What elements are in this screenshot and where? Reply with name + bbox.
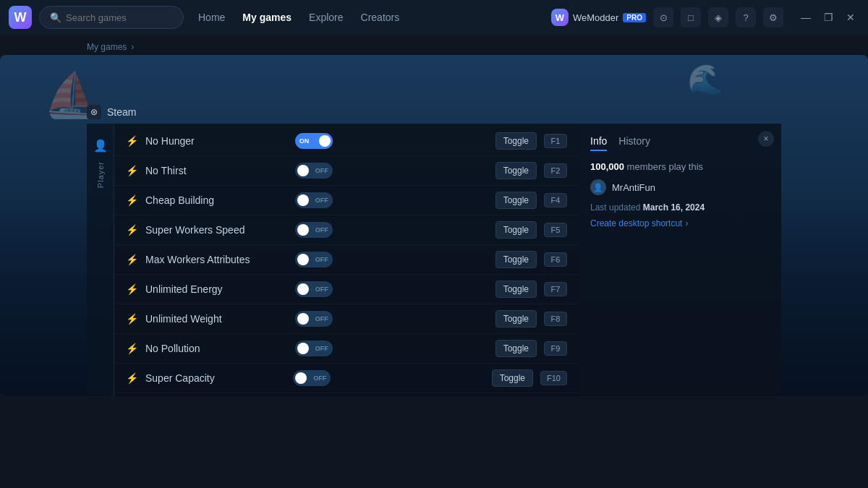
- mod-keybind-7: F9: [544, 341, 567, 356]
- members-count: 100,000: [590, 161, 624, 172]
- mod-action-button-7[interactable]: Toggle: [495, 340, 537, 357]
- author-avatar: 👤: [590, 179, 606, 195]
- mod-row[interactable]: ⚡ Unlimited Weight OFF Toggle F8: [114, 304, 579, 334]
- nav-creators[interactable]: Creators: [361, 9, 400, 26]
- mod-toggle-1[interactable]: OFF: [295, 163, 333, 179]
- app-logo: W: [9, 6, 32, 29]
- author-row: 👤 MrAntiFun: [590, 179, 770, 195]
- mod-toggle-5[interactable]: OFF: [295, 281, 333, 297]
- mod-name: No Pollution: [145, 343, 288, 354]
- search-input[interactable]: [66, 12, 167, 23]
- username: WeModder: [573, 12, 618, 23]
- mod-lightning-icon: ⚡: [126, 165, 138, 176]
- close-button[interactable]: ✕: [842, 10, 859, 25]
- mod-action-button-1[interactable]: Toggle: [495, 162, 537, 179]
- mod-lightning-icon: ⚡: [126, 224, 138, 236]
- breadcrumb: My games ›: [0, 35, 868, 55]
- window-controls: — ❐ ✕: [796, 10, 859, 25]
- steam-row: ⊛ Steam: [87, 99, 781, 124]
- user-avatar: W: [551, 9, 569, 26]
- info-close-button[interactable]: ×: [758, 131, 774, 147]
- nav-explore[interactable]: Explore: [309, 9, 343, 26]
- mod-action-button-4[interactable]: Toggle: [495, 251, 537, 268]
- mod-toggle-4[interactable]: OFF: [295, 252, 333, 267]
- search-bar[interactable]: 🔍: [39, 6, 184, 29]
- maximize-button[interactable]: ❐: [820, 10, 838, 25]
- discord-icon[interactable]: ◈: [708, 7, 728, 27]
- breadcrumb-parent[interactable]: My games: [87, 42, 127, 52]
- mod-lightning-icon: ⚡: [126, 313, 138, 325]
- mod-row[interactable]: ⚡ No Hunger ON Toggle F1: [114, 127, 579, 156]
- mod-lightning-icon: ⚡: [126, 254, 138, 265]
- mod-action-button-0[interactable]: Toggle: [495, 132, 537, 150]
- mod-keybind-0: F1: [544, 134, 567, 148]
- mod-action-button-6[interactable]: Toggle: [495, 310, 537, 328]
- mod-lightning-icon: ⚡: [126, 343, 138, 354]
- mod-row[interactable]: ⚡ Super Workers Speed OFF Toggle F5: [114, 215, 579, 245]
- members-text: 100,000 members play this: [590, 161, 770, 172]
- mod-action-button-3[interactable]: Toggle: [495, 221, 537, 239]
- platform-label: Steam: [107, 106, 136, 118]
- shortcut-label: Create desktop shortcut: [590, 218, 682, 228]
- tab-history[interactable]: History: [618, 135, 650, 151]
- titlebar: W 🔍 Home My games Explore Creators W WeM…: [0, 0, 868, 35]
- mod-action-button-2[interactable]: Toggle: [495, 192, 537, 209]
- mod-lightning-icon: ⚡: [126, 283, 138, 295]
- mod-row[interactable]: ⚡ No Pollution OFF Toggle F9: [114, 334, 579, 364]
- notifications-icon[interactable]: ⊙: [653, 7, 673, 27]
- search-icon: 🔍: [50, 12, 61, 23]
- info-tabs: Info History: [590, 135, 770, 151]
- main-content: Flotsam ☆ ⚡ Save mods 1 ⬡ Play ▾ ⊛ Steam…: [0, 55, 868, 396]
- mod-name: Unlimited Weight: [145, 313, 288, 325]
- nav-my-games[interactable]: My games: [242, 9, 292, 26]
- player-icon: 👤: [90, 135, 111, 155]
- mod-toggle-8[interactable]: OFF: [293, 370, 331, 386]
- mod-toggle-7[interactable]: OFF: [295, 341, 333, 356]
- titlebar-right: W WeModder PRO ⊙ □ ◈ ? ⚙ — ❐ ✕: [551, 7, 859, 27]
- mod-row[interactable]: ⚡ Super Capacity OFF Toggle F10: [114, 364, 579, 393]
- minimize-button[interactable]: —: [796, 10, 815, 25]
- mod-row[interactable]: ⚡ Max Workers Attributes OFF Toggle F6: [114, 245, 579, 275]
- mod-name: Cheap Building: [145, 194, 288, 206]
- nav-home[interactable]: Home: [198, 9, 225, 26]
- breadcrumb-separator: ›: [131, 42, 134, 52]
- mod-keybind-1: F2: [544, 163, 567, 178]
- mod-toggle-3[interactable]: OFF: [295, 222, 333, 238]
- sidebar: 👤 Player: [87, 124, 114, 396]
- mod-lightning-icon: ⚡: [126, 194, 138, 206]
- settings-icon[interactable]: ⚙: [763, 7, 783, 27]
- mod-toggle-6[interactable]: OFF: [295, 311, 333, 327]
- panels-row: ⛵ 🌊 👤 Player ⚡ No Hunger ON Toggle F1 ⚡ …: [87, 124, 781, 396]
- main-nav: Home My games Explore Creators: [198, 9, 399, 26]
- last-updated-prefix: Last updated: [590, 202, 643, 213]
- mod-lightning-icon: ⚡: [126, 135, 138, 147]
- mod-toggle-0[interactable]: ON: [295, 133, 333, 149]
- mod-action-button-5[interactable]: Toggle: [495, 281, 537, 298]
- mod-name: Unlimited Energy: [145, 283, 288, 295]
- mod-keybind-5: F7: [544, 282, 567, 296]
- mod-row[interactable]: ⚡ Unlimited Energy OFF Toggle F7: [114, 275, 579, 304]
- help-icon[interactable]: ?: [736, 7, 756, 27]
- tab-info[interactable]: Info: [590, 135, 607, 151]
- desktop-shortcut-link[interactable]: Create desktop shortcut ›: [590, 218, 770, 228]
- mod-row[interactable]: ⚡ No Thirst OFF Toggle F2: [114, 156, 579, 186]
- pro-badge: PRO: [623, 13, 646, 22]
- steam-icon: ⊛: [87, 105, 101, 119]
- mod-row[interactable]: ⚡ Cheap Building OFF Toggle F4: [114, 186, 579, 215]
- mod-keybind-2: F4: [544, 193, 567, 207]
- cart-icon[interactable]: □: [681, 7, 701, 27]
- shortcut-arrow-icon: ›: [685, 218, 688, 228]
- mod-action-button-8[interactable]: Toggle: [492, 369, 533, 387]
- mod-keybind-8: F10: [540, 371, 567, 385]
- mod-list: ⚡ No Hunger ON Toggle F1 ⚡ No Thirst OFF…: [114, 124, 579, 396]
- mod-keybind-3: F5: [544, 223, 567, 237]
- mod-name: Max Workers Attributes: [145, 254, 288, 265]
- mod-lightning-icon: ⚡: [126, 372, 138, 384]
- mod-name: Super Capacity: [145, 372, 286, 384]
- mod-toggle-2[interactable]: OFF: [295, 192, 333, 208]
- info-panel: × Info History 100,000 members play this…: [579, 124, 781, 396]
- last-updated: Last updated March 16, 2024: [590, 202, 770, 213]
- mod-name: No Thirst: [145, 165, 288, 176]
- last-updated-date: March 16, 2024: [643, 202, 705, 213]
- mod-keybind-6: F8: [544, 312, 567, 326]
